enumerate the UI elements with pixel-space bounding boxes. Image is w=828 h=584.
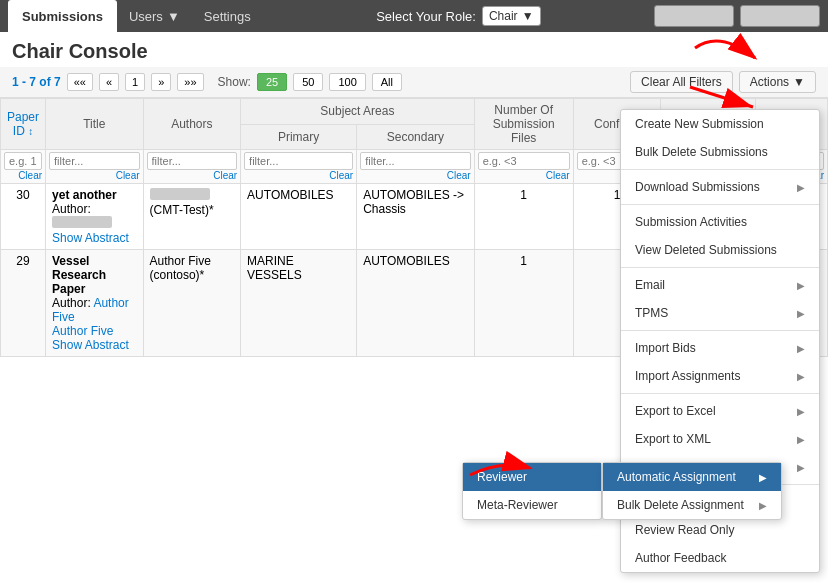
num-files-filter-cell: Clear: [474, 150, 573, 184]
row-29-numfiles: 1: [474, 250, 573, 357]
row-30-secondary: AUTOMOBILES -> Chassis: [357, 184, 475, 250]
separator-2: [621, 204, 819, 205]
role-selector-area: Select Your Role: Chair ▼: [263, 6, 654, 26]
export-xml-arrow-icon: ▶: [797, 434, 805, 445]
row-30-authors: (CMT-Test)*: [143, 184, 241, 250]
secondary-filter[interactable]: [360, 152, 471, 170]
secondary-filter-cell: Clear: [357, 150, 475, 184]
nav-btn-1[interactable]: [654, 5, 734, 27]
menu-reviewer[interactable]: Reviewer: [463, 463, 601, 491]
primary-subheader: Primary: [241, 124, 357, 150]
pag-last-btn[interactable]: »»: [177, 73, 203, 91]
tpms-arrow-icon: ▶: [797, 308, 805, 319]
show-all-btn[interactable]: All: [372, 73, 402, 91]
menu-create-submission[interactable]: Create New Submission: [621, 110, 819, 138]
menu-import-assignments[interactable]: Import Assignments ▶: [621, 362, 819, 390]
secondary-subheader: Secondary: [357, 124, 475, 150]
title-filter-cell: Clear: [46, 150, 144, 184]
title-header: Title: [46, 99, 144, 150]
page-title: Chair Console: [12, 40, 816, 63]
authors-filter[interactable]: [147, 152, 238, 170]
download-arrow-icon: ▶: [797, 182, 805, 193]
authors-clear[interactable]: Clear: [147, 170, 238, 181]
top-navigation: Submissions Users ▼ Settings Select Your…: [0, 0, 828, 32]
nav-right-buttons: [654, 5, 820, 27]
row-30-show-abstract[interactable]: Show Abstract: [52, 231, 129, 245]
export-excel-arrow-icon: ▶: [797, 406, 805, 417]
show-25-btn[interactable]: 25: [257, 73, 287, 91]
menu-meta-reviewer[interactable]: Meta-Reviewer: [463, 491, 601, 519]
page-header: Chair Console: [0, 32, 828, 67]
subject-areas-header: Subject Areas: [241, 99, 475, 125]
menu-export-excel[interactable]: Export to Excel ▶: [621, 397, 819, 425]
primary-filter[interactable]: [244, 152, 353, 170]
separator-5: [621, 393, 819, 394]
menu-import-bids[interactable]: Import Bids ▶: [621, 334, 819, 362]
row-29-show-abstract[interactable]: Show Abstract: [52, 338, 129, 352]
menu-author-feedback[interactable]: Author Feedback: [621, 544, 819, 572]
authors-filter-cell: Clear: [143, 150, 241, 184]
pag-page-btn[interactable]: 1: [125, 73, 145, 91]
bulk-delete-assign-arrow-icon: ▶: [759, 500, 767, 511]
show-50-btn[interactable]: 50: [293, 73, 323, 91]
clear-all-filters-btn[interactable]: Clear All Filters: [630, 71, 733, 93]
menu-export-xml[interactable]: Export to XML ▶: [621, 425, 819, 453]
row-30-title: yet another Author: Show Abstract: [46, 184, 144, 250]
title-filter[interactable]: [49, 152, 140, 170]
reviewer-submenu: Reviewer Meta-Reviewer: [462, 462, 602, 520]
show-label: Show:: [218, 75, 251, 89]
row-29-title: Vessel Research Paper Author: Author Fiv…: [46, 250, 144, 357]
show-100-btn[interactable]: 100: [329, 73, 365, 91]
toolbar: 1 - 7 of 7 «« « 1 » »» Show: 25 50 100 A…: [0, 67, 828, 98]
pag-first-btn[interactable]: ««: [67, 73, 93, 91]
nav-btn-2[interactable]: [740, 5, 820, 27]
import-bids-arrow-icon: ▶: [797, 343, 805, 354]
row-29-paperid: 29: [1, 250, 46, 357]
row-29-secondary: AUTOMOBILES: [357, 250, 475, 357]
separator-4: [621, 330, 819, 331]
menu-email[interactable]: Email ▶: [621, 271, 819, 299]
menu-view-deleted[interactable]: View Deleted Submissions: [621, 236, 819, 264]
email-arrow-icon: ▶: [797, 280, 805, 291]
automatic-assign-arrow-icon: ▶: [759, 472, 767, 483]
menu-download-submissions[interactable]: Download Submissions ▶: [621, 173, 819, 201]
paper-id-clear[interactable]: Clear: [4, 170, 42, 181]
menu-bulk-delete[interactable]: Bulk Delete Submissions: [621, 138, 819, 166]
primary-clear[interactable]: Clear: [244, 170, 353, 181]
num-files-filter[interactable]: [478, 152, 570, 170]
separator-3: [621, 267, 819, 268]
pag-next-btn[interactable]: »: [151, 73, 171, 91]
submissions-tab[interactable]: Submissions: [8, 0, 117, 32]
separator-1: [621, 169, 819, 170]
pag-prev-btn[interactable]: «: [99, 73, 119, 91]
primary-filter-cell: Clear: [241, 150, 357, 184]
menu-bulk-delete-assignment[interactable]: Bulk Delete Assignment ▶: [603, 491, 781, 519]
row-30-numfiles: 1: [474, 184, 573, 250]
actions-dropdown-btn[interactable]: Actions ▼: [739, 71, 816, 93]
pagination-info: 1 - 7 of 7: [12, 75, 61, 89]
row-30-paperid: 30: [1, 184, 46, 250]
export-tab-arrow-icon: ▶: [797, 462, 805, 473]
row-29-author-link-2[interactable]: Author Five: [52, 324, 113, 338]
assignment-submenu: Automatic Assignment ▶ Bulk Delete Assig…: [602, 462, 782, 520]
paper-id-filter-cell: Clear: [1, 150, 46, 184]
secondary-clear[interactable]: Clear: [360, 170, 471, 181]
num-files-clear[interactable]: Clear: [478, 170, 570, 181]
title-clear[interactable]: Clear: [49, 170, 140, 181]
role-dropdown[interactable]: Chair ▼: [482, 6, 541, 26]
paper-id-header[interactable]: PaperID ↕: [1, 99, 46, 150]
menu-submission-activities[interactable]: Submission Activities: [621, 208, 819, 236]
settings-nav[interactable]: Settings: [192, 5, 263, 28]
authors-header: Authors: [143, 99, 241, 150]
import-assign-arrow-icon: ▶: [797, 371, 805, 382]
users-nav[interactable]: Users ▼: [117, 5, 192, 28]
row-29-primary: MARINE VESSELS: [241, 250, 357, 357]
menu-automatic-assignment[interactable]: Automatic Assignment ▶: [603, 463, 781, 491]
row-30-primary: AUTOMOBILES: [241, 184, 357, 250]
row-29-authors: Author Five (contoso)*: [143, 250, 241, 357]
paper-id-filter[interactable]: [4, 152, 42, 170]
num-files-header: Number OfSubmissionFiles: [474, 99, 573, 150]
menu-tpms[interactable]: TPMS ▶: [621, 299, 819, 327]
menu-review-read-only[interactable]: Review Read Only: [621, 516, 819, 544]
